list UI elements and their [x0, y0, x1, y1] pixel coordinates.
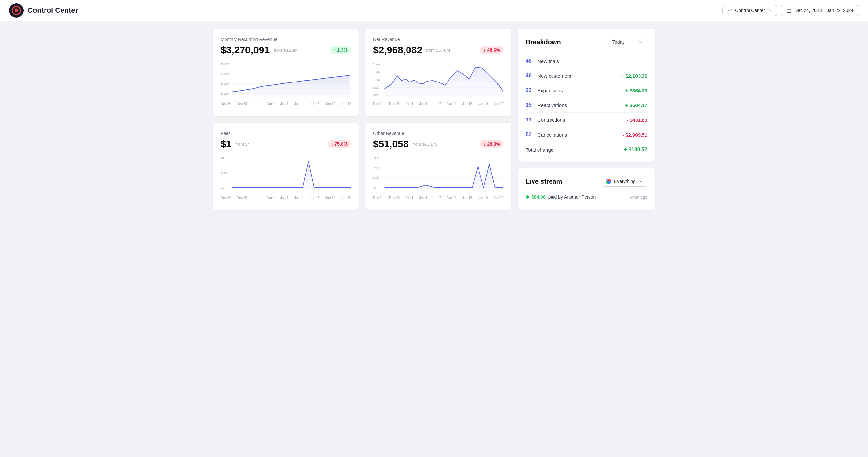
fees-badge: ↓ 75.0% — [328, 140, 351, 148]
breakdown-num-customers: 46 — [526, 73, 537, 79]
calendar-icon — [786, 8, 792, 13]
breakdown-num-contractions: 11 — [526, 117, 537, 123]
view-dropdown-label: Control Center — [735, 8, 765, 13]
logo — [9, 3, 24, 18]
svg-text:$0: $0 — [374, 186, 377, 189]
fees-from: from $4 — [235, 142, 250, 147]
breakdown-chevron-icon — [639, 40, 643, 44]
svg-text:$30k: $30k — [373, 156, 379, 160]
arrow-up-icon: ↑ — [334, 48, 336, 53]
net-revenue-chart-svg: $140k $120k $100k $80k $60k — [373, 61, 503, 100]
breakdown-card: Breakdown Today 48 New trials 46 New cus… — [518, 29, 655, 162]
svg-text:$0.50: $0.50 — [221, 171, 227, 175]
breakdown-num-trials: 48 — [526, 58, 537, 64]
fees-x-labels: Dec 24 Dec 28 Jan 1 Jan 4 Jan 7 Jan 11 J… — [221, 196, 351, 200]
svg-rect-0 — [787, 8, 792, 12]
livestream-chevron-icon — [639, 179, 643, 184]
net-revenue-card: Net Revenue $2,968,082 from $5.78M ↓ 48.… — [365, 29, 511, 116]
breakdown-filter-label: Today — [612, 39, 624, 44]
livestream-card: Live stream Everything $84.06 paid by An… — [518, 168, 655, 210]
breakdown-value-cancellations: - $2,909.51 — [622, 132, 647, 138]
fees-chart-svg: $1 $0.50 $0 — [221, 155, 351, 194]
net-revenue-change: 48.6% — [487, 48, 500, 53]
other-revenue-chart: $30k $20k $10k $0 — [373, 155, 503, 194]
breakdown-row-cancellations: 52 Cancellations - $2,909.51 — [526, 127, 647, 142]
other-revenue-change: 28.3% — [487, 142, 500, 147]
fees-value-row: $1 from $4 ↓ 75.0% — [221, 139, 351, 150]
live-dot — [526, 195, 529, 199]
mrr-title: Monthly Recurring Revenue — [221, 37, 351, 42]
fees-value: $1 — [221, 139, 231, 150]
net-revenue-title: Net Revenue — [373, 37, 503, 42]
mrr-change: 1.3% — [337, 48, 348, 53]
breakdown-label-reactivations: Reactivations — [537, 102, 625, 108]
total-value: + $130.52 — [624, 147, 647, 153]
mrr-value: $3,270,091 — [221, 44, 270, 56]
chevron-down-icon — [768, 8, 772, 13]
everything-icon — [606, 179, 611, 184]
total-label: Total change — [526, 147, 624, 153]
other-revenue-value-row: $51,058 from $71,176 ↓ 28.3% — [373, 139, 503, 150]
fees-chart: $1 $0.50 $0 — [221, 155, 351, 194]
live-text: paid by Another Person — [548, 194, 627, 200]
breakdown-row-customers: 46 New customers + $2,103.36 — [526, 68, 647, 83]
logo-icon — [12, 6, 21, 15]
other-revenue-x-labels: Dec 24 Dec 28 Jan 1 Jan 4 Jan 7 Jan 11 J… — [373, 196, 503, 200]
mrr-badge: ↑ 1.3% — [330, 46, 351, 54]
date-range-label: Dec 24, 2023 – Jan 22, 2024 — [794, 8, 853, 13]
breakdown-title: Breakdown — [526, 38, 561, 46]
svg-text:$120k: $120k — [373, 70, 380, 74]
livestream-header: Live stream Everything — [526, 176, 647, 187]
svg-text:$20k: $20k — [373, 166, 379, 170]
breakdown-label-expansions: Expansions — [537, 88, 625, 93]
other-revenue-chart-svg: $30k $20k $10k $0 — [373, 155, 503, 194]
breakdown-value-reactivations: + $504.17 — [625, 102, 647, 108]
total-row: Total change + $130.52 — [526, 142, 647, 154]
svg-marker-30 — [232, 161, 351, 191]
livestream-entry: $84.06 paid by Another Person 9min ago — [526, 192, 647, 202]
svg-text:$3.26M: $3.26M — [221, 72, 229, 75]
livestream-filter[interactable]: Everything — [601, 176, 647, 187]
live-amount: $84.06 — [531, 194, 546, 200]
breakdown-label-customers: New customers — [537, 73, 621, 79]
svg-text:$3.24M: $3.24M — [221, 82, 229, 86]
breakdown-label-trials: New trials — [537, 58, 647, 64]
view-dropdown[interactable]: Control Center — [722, 5, 777, 16]
mrr-card: Monthly Recurring Revenue $3,270,091 fro… — [213, 29, 359, 116]
breakdown-num-reactivations: 15 — [526, 102, 537, 108]
other-revenue-card: Other Revenue $51,058 from $71,176 ↓ 28.… — [365, 123, 511, 210]
net-revenue-value: $2,968,082 — [373, 44, 422, 56]
mrr-x-labels: Dec 24 Dec 28 Jan 1 Jan 4 Jan 7 Jan 11 J… — [221, 102, 351, 106]
svg-text:$80k: $80k — [373, 86, 379, 89]
mrr-from: from $3.23M — [274, 48, 298, 53]
app-title: Control Center — [28, 6, 718, 15]
svg-text:$140k: $140k — [373, 62, 380, 66]
breakdown-num-expansions: 23 — [526, 87, 537, 93]
breakdown-filter[interactable]: Today — [608, 37, 647, 47]
livestream-title: Live stream — [526, 178, 562, 185]
mrr-chart-svg: $3.28M $3.26M $3.24M $3.22M — [221, 61, 351, 100]
fees-title: Fees — [221, 131, 351, 136]
other-revenue-title: Other Revenue — [373, 131, 503, 136]
net-revenue-from: from $5.78M — [426, 48, 450, 53]
breakdown-row-trials: 48 New trials — [526, 54, 647, 68]
breakdown-row-reactivations: 15 Reactivations + $504.17 — [526, 98, 647, 113]
net-revenue-chart: $140k $120k $100k $80k $60k — [373, 61, 503, 100]
fees-change: 75.0% — [335, 142, 348, 147]
breakdown-label-cancellations: Cancellations — [537, 132, 622, 138]
date-range-picker[interactable]: Dec 24, 2023 – Jan 22, 2024 — [781, 5, 859, 16]
breakdown-row-expansions: 23 Expansions + $864.33 — [526, 83, 647, 98]
header: Control Center Control Center Dec 24, 20… — [0, 0, 868, 21]
breakdown-value-expansions: + $864.33 — [625, 88, 647, 93]
other-revenue-badge: ↓ 28.3% — [480, 140, 503, 148]
main-content: Monthly Recurring Revenue $3,270,091 fro… — [205, 21, 663, 218]
chart-icon — [727, 8, 733, 13]
svg-marker-12 — [232, 75, 349, 97]
breakdown-value-contractions: - $431.83 — [627, 117, 647, 123]
other-revenue-arrow-icon: ↓ — [484, 142, 486, 147]
breakdown-header: Breakdown Today — [526, 37, 647, 47]
breakdown-row-contractions: 11 Contractions - $431.83 — [526, 113, 647, 127]
net-revenue-value-row: $2,968,082 from $5.78M ↓ 48.6% — [373, 44, 503, 56]
mrr-value-row: $3,270,091 from $3.23M ↑ 1.3% — [221, 44, 351, 56]
fees-arrow-icon: ↓ — [331, 142, 333, 147]
